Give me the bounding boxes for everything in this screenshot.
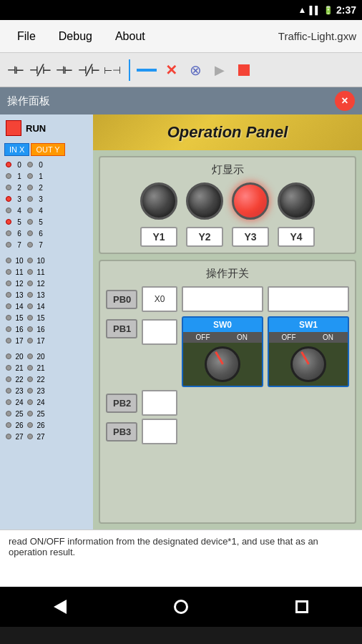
io-row: 15 15 — [1, 312, 92, 323]
nav-recents-button[interactable] — [288, 592, 316, 621]
io-led-out-24 — [27, 399, 33, 405]
sw0-switch[interactable]: SW0 OFF ON — [182, 316, 263, 387]
io-led-in-17 — [6, 338, 11, 343]
io-led-out-4 — [27, 208, 33, 213]
x0-input[interactable]: X0 — [142, 286, 177, 312]
toolbar-stop-btn[interactable] — [233, 57, 255, 83]
io-led-in-14 — [6, 303, 11, 309]
io-led-in-22 — [6, 376, 11, 382]
sw0-container: SW0 OFF ON — [182, 316, 263, 387]
io-led-out-12 — [27, 280, 33, 286]
io-row: 24 24 — [1, 396, 92, 408]
sw1-switch[interactable]: SW1 OFF ON — [268, 316, 349, 387]
toolbar-line-btn[interactable] — [136, 57, 157, 83]
pb0-button[interactable]: PB0 — [106, 290, 137, 309]
light-label-y1[interactable]: Y1 — [140, 227, 177, 247]
io-row: 6 6 — [1, 228, 92, 239]
menu-bar: File Debug About Traffic-Light.gxw — [0, 20, 362, 53]
menu-file[interactable]: File — [6, 24, 47, 49]
io-row: 25 25 — [1, 408, 92, 419]
toolbar-play-btn[interactable]: ▶ — [209, 57, 230, 83]
menu-about[interactable]: About — [104, 24, 157, 49]
bottom-text-area: read ON/OFF information from the designa… — [0, 530, 362, 587]
pb3-button[interactable]: PB3 — [106, 422, 137, 441]
io-led-in-23 — [6, 388, 11, 394]
io-led-in-3 — [6, 196, 11, 202]
sw0-off[interactable]: OFF — [183, 332, 222, 343]
io-led-in-2 — [6, 185, 11, 190]
io-row: 14 14 — [1, 301, 92, 312]
io-led-in-7 — [6, 242, 11, 248]
io-row: 2 2 — [1, 182, 92, 193]
io-led-out-13 — [27, 292, 33, 298]
io-led-out-11 — [27, 269, 33, 275]
toolbar-xx-icon: ⊗ — [190, 62, 202, 79]
io-led-out-23 — [27, 388, 33, 394]
io-led-in-20 — [6, 353, 11, 359]
toolbar-play-icon: ▶ — [215, 62, 225, 78]
sw0-on[interactable]: ON — [222, 332, 262, 343]
io-led-out-21 — [27, 365, 33, 371]
light-section-title: 灯显示 — [106, 163, 349, 177]
pb2-button[interactable]: PB2 — [106, 394, 137, 413]
io-led-in-13 — [6, 292, 11, 298]
sw1-label: SW1 — [299, 318, 318, 332]
toolbar-x-btn[interactable]: ✕ — [160, 57, 182, 83]
io-row: 26 26 — [1, 419, 92, 431]
io-led-in-10 — [6, 258, 11, 263]
toolbar-contact-nc2[interactable]: ⊣╱⊢ — [77, 57, 99, 83]
io-led-out-3 — [27, 196, 33, 202]
io-led-out-2 — [27, 185, 33, 190]
io-row: 3 3 — [1, 193, 92, 205]
light-y2 — [186, 182, 223, 220]
nav-home-button[interactable] — [167, 592, 195, 621]
toolbar-contact-nc[interactable]: ⊣╱⊢ — [29, 57, 50, 83]
io-led-in-25 — [6, 411, 11, 416]
toolbar-x-icon: ✕ — [165, 62, 177, 79]
light-labels-row: Y1 Y2 Y3 Y4 — [106, 227, 349, 247]
menu-debug[interactable]: Debug — [47, 24, 104, 49]
io-row: 17 17 — [1, 335, 92, 346]
toolbar-contact-no[interactable]: ⊣⊢ — [4, 57, 26, 83]
nav-recents-icon — [295, 600, 308, 613]
io-header-in: IN X — [4, 143, 29, 156]
io-led-out-27 — [27, 434, 33, 439]
sw1-dial-indicator — [300, 351, 310, 365]
nav-back-button[interactable] — [46, 592, 74, 621]
light-label-y2[interactable]: Y2 — [186, 227, 223, 247]
io-led-out-7 — [27, 242, 33, 248]
io-led-out-1 — [27, 173, 33, 179]
sw1-off[interactable]: OFF — [269, 332, 308, 343]
sw1-on[interactable]: ON — [308, 332, 348, 343]
toolbar-xx-btn[interactable]: ⊗ — [185, 57, 206, 83]
bottom-text-content: read ON/OFF information from the designa… — [9, 536, 318, 557]
io-led-in-4 — [6, 208, 11, 213]
toolbar: ⊣⊢ ⊣╱⊢ ⊣⊢ ⊣╱⊢ ⊢⊣ ✕ ⊗ ▶ — [0, 53, 362, 87]
io-led-out-20 — [27, 353, 33, 359]
pb2-input — [142, 390, 177, 416]
run-led — [6, 120, 21, 136]
io-row: 27 27 — [1, 431, 92, 442]
window-close-button[interactable]: × — [335, 91, 355, 111]
io-led-out-26 — [27, 422, 33, 428]
light-label-y3[interactable]: Y3 — [232, 227, 269, 247]
window-titlebar: 操作面板 × — [0, 87, 362, 114]
nav-back-icon — [54, 600, 67, 614]
toolbar-special[interactable]: ⊢⊣ — [102, 57, 123, 83]
io-row: 5 5 — [1, 216, 92, 228]
sw0-toggle-row: OFF ON — [183, 332, 262, 343]
io-panel: RUN IN X OUT Y 0 0 1 1 2 — [0, 114, 93, 530]
io-row: 1 1 — [1, 170, 92, 182]
lights-row — [106, 182, 349, 220]
io-led-out-25 — [27, 411, 33, 416]
sw0-label: SW0 — [213, 318, 232, 332]
toolbar-contact-no2[interactable]: ⊣⊢ — [53, 57, 74, 83]
pb1-input — [142, 319, 177, 345]
light-y3 — [232, 182, 269, 220]
io-led-out-15 — [27, 315, 33, 321]
io-row: 16 16 — [1, 323, 92, 335]
light-label-y4[interactable]: Y4 — [278, 227, 315, 247]
io-row: 10 10 — [1, 255, 92, 266]
sw0-dial — [183, 343, 262, 386]
pb1-button[interactable]: PB1 — [106, 319, 137, 338]
